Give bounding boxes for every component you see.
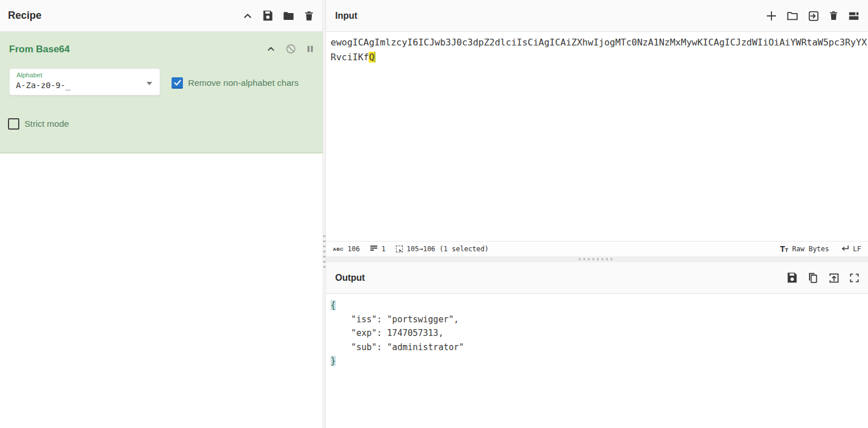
- tab-layout-icon[interactable]: [848, 10, 860, 22]
- input-text[interactable]: ewogICAgImlzcyI6ICJwb3J0c3dpZ2dlciIsCiAg…: [326, 32, 868, 65]
- io-splitter-horizontal[interactable]: [326, 256, 868, 262]
- chevron-down-icon[interactable]: [147, 82, 152, 85]
- output-line: "sub": "administrator": [331, 340, 868, 355]
- checkbox-unchecked-icon[interactable]: [8, 118, 19, 130]
- status-right-group: TT Raw Bytes LF: [780, 244, 861, 254]
- alphabet-select[interactable]: Alphabet A-Za-z0-9-_: [9, 68, 160, 95]
- selection-icon: [396, 246, 403, 252]
- output-title: Output: [335, 273, 365, 283]
- open-file-icon[interactable]: [786, 10, 799, 22]
- alphabet-value: A-Za-z0-9-_: [16, 81, 70, 90]
- matching-bracket-open: {: [331, 300, 336, 310]
- output-header: Output: [326, 262, 868, 294]
- splitter-grip-icon: [579, 258, 615, 260]
- output-toolbar: [786, 272, 860, 284]
- collapse-recipe-icon[interactable]: [242, 10, 253, 22]
- disable-operation-icon[interactable]: [285, 43, 297, 55]
- io-panel: Input ewogICAgImlzc: [326, 0, 868, 428]
- cyberchef-app: Recipe From Base64: [0, 0, 868, 428]
- load-recipe-icon[interactable]: [282, 10, 295, 22]
- strict-mode-checkbox-row[interactable]: Strict mode: [8, 118, 69, 130]
- recipe-title: Recipe: [8, 10, 41, 22]
- input-title: Input: [335, 11, 357, 21]
- input-header: Input: [326, 0, 868, 32]
- input-status-bar: ABC 106 1 105→106 (1 selected) TT Raw By…: [326, 241, 868, 256]
- output-text: { "iss": "portswigger", "exp": 174705731…: [326, 294, 868, 368]
- alphabet-label: Alphabet: [16, 72, 42, 78]
- recipe-header: Recipe: [0, 0, 323, 32]
- output-line: "iss": "portswigger",: [331, 313, 868, 327]
- output-viewer: { "iss": "portswigger", "exp": 174705731…: [326, 294, 868, 428]
- replace-input-icon[interactable]: [828, 272, 840, 284]
- line-count: 1: [370, 245, 386, 253]
- save-recipe-icon[interactable]: [262, 10, 274, 22]
- matching-bracket-close: }: [331, 356, 336, 366]
- input-editor[interactable]: ewogICAgImlzcyI6ICJwb3J0c3dpZ2dlciIsCiAg…: [326, 32, 868, 241]
- char-count-icon: ABC: [333, 247, 344, 252]
- open-input-icon[interactable]: [807, 10, 820, 22]
- maximize-output-icon[interactable]: [849, 272, 860, 284]
- char-count: ABC 106: [333, 245, 360, 253]
- add-input-tab-icon[interactable]: [765, 10, 778, 22]
- operation-title: From Base64: [9, 44, 70, 55]
- recipe-toolbar: [242, 10, 315, 22]
- input-toolbar: [765, 10, 860, 22]
- line-count-icon: [370, 245, 378, 253]
- remove-non-alphabet-checkbox-row[interactable]: Remove non-alphabet chars: [172, 77, 299, 89]
- character-encoding-selector[interactable]: TT Raw Bytes: [780, 244, 829, 254]
- copy-output-icon[interactable]: [807, 272, 819, 284]
- splitter-grip-icon: [323, 235, 326, 269]
- breakpoint-icon[interactable]: [306, 44, 315, 53]
- recipe-panel: Recipe From Base64: [0, 0, 323, 428]
- remove-non-alphabet-label: Remove non-alphabet chars: [188, 78, 299, 88]
- selected-character: Q: [369, 52, 375, 63]
- strict-mode-label: Strict mode: [24, 119, 69, 129]
- operation-from-base64[interactable]: From Base64 Alphabet A-Za-z0-9-_: [0, 32, 323, 153]
- clear-io-icon[interactable]: [828, 10, 839, 21]
- line-ending-selector[interactable]: LF: [841, 245, 861, 254]
- operation-controls: [266, 43, 315, 55]
- carriage-return-icon: [841, 245, 849, 254]
- selection-info: 105→106 (1 selected): [396, 245, 489, 253]
- text-encoding-icon: TT: [780, 244, 788, 254]
- output-line: "exp": 1747057313,: [331, 326, 868, 340]
- save-output-icon[interactable]: [786, 272, 798, 284]
- clear-recipe-icon[interactable]: [303, 10, 315, 22]
- checkbox-checked-icon[interactable]: [172, 77, 183, 89]
- collapse-operation-icon[interactable]: [266, 44, 276, 54]
